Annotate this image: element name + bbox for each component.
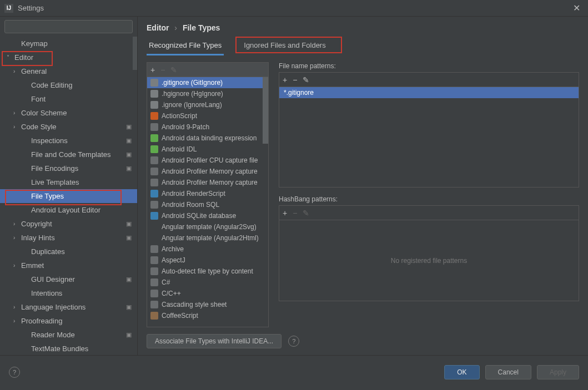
tab-ignored-files-and-folders[interactable]: Ignored Files and Folders xyxy=(242,37,328,55)
filetype-label: Android Profiler Memory capture xyxy=(162,168,258,175)
scrollbar[interactable] xyxy=(263,77,268,327)
filetype-item[interactable]: Android data binding expression xyxy=(147,133,268,144)
edit-icon[interactable]: ✎ xyxy=(303,75,309,84)
sidebar-item-editor[interactable]: ˅Editor xyxy=(0,50,137,64)
filetype-item[interactable]: Angular template (Angular2Html) xyxy=(147,232,268,244)
remove-icon[interactable]: − xyxy=(160,65,165,74)
filetype-icon xyxy=(150,223,158,231)
add-icon[interactable]: + xyxy=(283,209,287,217)
filetype-label: Android Room SQL xyxy=(162,201,219,209)
sidebar-item-textmate-bundles[interactable]: TextMate Bundles xyxy=(0,342,137,355)
filetype-item[interactable]: Android 9-Patch xyxy=(147,121,268,133)
sidebar-item-inspections[interactable]: Inspections▣ xyxy=(0,134,137,148)
hashbang-empty-message: No registered file patterns xyxy=(279,220,579,301)
filetype-list[interactable]: .gitignore (GitIgnore).hgignore (HgIgnor… xyxy=(147,77,269,327)
filetype-item[interactable]: Android RenderScript xyxy=(147,188,268,199)
filetype-item[interactable]: Android Profiler Memory capture xyxy=(147,166,268,177)
sidebar-item-file-types[interactable]: File Types xyxy=(0,189,137,203)
sidebar-item-gui-designer[interactable]: GUI Designer▣ xyxy=(0,272,137,286)
search-input[interactable] xyxy=(4,20,133,33)
filetype-item[interactable]: Angular template (Angular2Svg) xyxy=(147,221,268,232)
sidebar-item-keymap[interactable]: Keymap xyxy=(0,37,137,50)
filetype-item[interactable]: .gitignore (GitIgnore) xyxy=(147,77,268,88)
sidebar-item-code-style[interactable]: ›Code Style▣ xyxy=(0,120,137,134)
filetype-item[interactable]: C/C++ xyxy=(147,288,268,299)
sidebar-item-label: Inlay Hints xyxy=(21,234,126,242)
cancel-button[interactable]: Cancel xyxy=(485,365,531,379)
sidebar-item-inlay-hints[interactable]: ›Inlay Hints▣ xyxy=(0,231,137,245)
filetype-item[interactable]: .ignore (IgnoreLang) xyxy=(147,99,268,110)
filetype-item[interactable]: Android IDL xyxy=(147,144,268,155)
hashbang-patterns-box: + − ✎ No registered file patterns xyxy=(279,205,579,301)
remove-icon[interactable]: − xyxy=(293,209,297,217)
sidebar-item-label: Keymap xyxy=(21,39,137,48)
filetype-label: C/C++ xyxy=(162,290,181,297)
filetype-item[interactable]: Android Room SQL xyxy=(147,199,268,210)
filetype-label: ActionScript xyxy=(162,112,197,120)
sidebar-item-label: General xyxy=(21,67,137,75)
remove-icon[interactable]: − xyxy=(293,75,297,84)
sidebar-item-duplicates[interactable]: Duplicates xyxy=(0,245,137,259)
sidebar-item-android-layout-editor[interactable]: Android Layout Editor xyxy=(0,203,137,217)
sidebar-item-intentions[interactable]: Intentions xyxy=(0,286,137,300)
sidebar-item-copyright[interactable]: ›Copyright▣ xyxy=(0,217,137,231)
help-icon[interactable]: ? xyxy=(9,367,20,378)
sidebar-item-label: File Encodings xyxy=(31,164,126,173)
gear-icon: ▣ xyxy=(126,151,132,158)
sidebar-item-emmet[interactable]: ›Emmet xyxy=(0,259,137,272)
filetype-item[interactable]: C# xyxy=(147,277,268,288)
sidebar-item-general[interactable]: ›General xyxy=(0,64,137,78)
filetype-item[interactable]: AspectJ xyxy=(147,255,268,266)
sidebar-item-label: Code Style xyxy=(21,123,126,131)
sidebar-item-label: Color Scheme xyxy=(21,109,137,117)
filetype-label: Angular template (Angular2Html) xyxy=(162,234,259,242)
close-icon[interactable]: ✕ xyxy=(570,3,584,13)
sidebar-item-reader-mode[interactable]: Reader Mode▣ xyxy=(0,328,137,342)
filetype-item[interactable]: Archive xyxy=(147,244,268,255)
sidebar-item-proofreading[interactable]: ›Proofreading xyxy=(0,314,137,328)
add-icon[interactable]: + xyxy=(283,75,287,84)
footer: ? OK Cancel Apply xyxy=(0,355,588,388)
pattern-item[interactable]: *.gitignore xyxy=(279,87,579,98)
sidebar-item-font[interactable]: Font xyxy=(0,92,137,106)
sidebar-item-label: Live Templates xyxy=(31,178,137,186)
edit-icon[interactable]: ✎ xyxy=(170,65,177,74)
sidebar-item-live-templates[interactable]: Live Templates xyxy=(0,175,137,189)
filetype-icon xyxy=(150,201,158,209)
gear-icon: ▣ xyxy=(126,276,132,283)
add-icon[interactable]: + xyxy=(150,65,155,74)
filetype-item[interactable]: Android Profiler CPU capture file xyxy=(147,155,268,166)
sidebar-item-language-injections[interactable]: ›Language Injections▣ xyxy=(0,300,137,314)
gear-icon: ▣ xyxy=(126,137,132,144)
filetype-label: Android Profiler Memory capture xyxy=(162,179,258,186)
filetype-item[interactable]: ActionScript xyxy=(147,110,268,121)
gear-icon: ▣ xyxy=(126,234,132,241)
filetype-label: Android 9-Patch xyxy=(162,123,209,131)
window-title: Settings xyxy=(18,4,570,12)
filetype-item[interactable]: Cascading style sheet xyxy=(147,299,268,310)
settings-sidebar: ⌕ Keymap˅Editor›GeneralCode EditingFont›… xyxy=(0,17,138,355)
filetype-item[interactable]: .hgignore (HgIgnore) xyxy=(147,88,268,99)
settings-tree[interactable]: Keymap˅Editor›GeneralCode EditingFont›Co… xyxy=(0,37,137,355)
sidebar-item-color-scheme[interactable]: ›Color Scheme xyxy=(0,106,137,120)
filetype-icon xyxy=(150,212,158,220)
filetype-item[interactable]: Android SQLite database xyxy=(147,210,268,221)
filetype-icon xyxy=(150,145,158,153)
main-panel: Editor › File Types Recognized File Type… xyxy=(138,17,588,355)
edit-icon[interactable]: ✎ xyxy=(303,209,309,217)
apply-button[interactable]: Apply xyxy=(537,365,579,379)
associate-button[interactable]: Associate File Types with IntelliJ IDEA.… xyxy=(147,334,282,348)
filetype-item[interactable]: CoffeeScript xyxy=(147,310,268,321)
ok-button[interactable]: OK xyxy=(444,365,479,379)
filetype-label: .gitignore (GitIgnore) xyxy=(162,79,223,87)
sidebar-item-file-and-code-templates[interactable]: File and Code Templates▣ xyxy=(0,148,137,161)
filename-patterns-list[interactable]: *.gitignore xyxy=(279,87,579,187)
sidebar-item-label: Emmet xyxy=(21,261,137,270)
filetype-icon xyxy=(150,301,158,308)
filetype-item[interactable]: Android Profiler Memory capture xyxy=(147,177,268,188)
sidebar-item-file-encodings[interactable]: File Encodings▣ xyxy=(0,161,137,175)
tab-recognized-file-types[interactable]: Recognized File Types xyxy=(147,37,224,55)
sidebar-item-code-editing[interactable]: Code Editing xyxy=(0,78,137,92)
filetype-item[interactable]: Auto-detect file type by content xyxy=(147,266,268,277)
help-icon[interactable]: ? xyxy=(288,336,299,347)
